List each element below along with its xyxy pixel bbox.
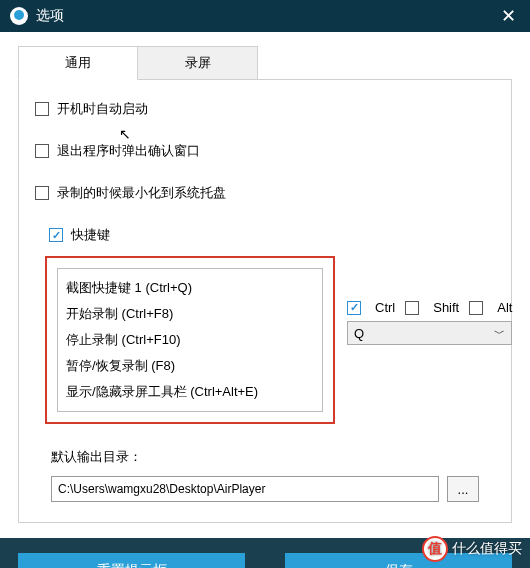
titlebar: 选项 ✕ [0, 0, 530, 32]
hotkeys-highlight-box: 截图快捷键 1 (Ctrl+Q) 开始录制 (Ctrl+F8) 停止录制 (Ct… [45, 256, 335, 424]
checkbox-shift[interactable] [405, 301, 419, 315]
app-icon [10, 7, 28, 25]
browse-button[interactable]: ... [447, 476, 479, 502]
label-ctrl: Ctrl [375, 300, 395, 315]
option-autostart[interactable]: 开机时自动启动 [35, 100, 495, 118]
shortcut-list[interactable]: 截图快捷键 1 (Ctrl+Q) 开始录制 (Ctrl+F8) 停止录制 (Ct… [57, 268, 323, 412]
key-value: Q [354, 326, 364, 341]
label-hotkeys: 快捷键 [71, 226, 110, 244]
tab-general[interactable]: 通用 [18, 46, 138, 80]
option-minimize[interactable]: 录制的时候最小化到系统托盘 [35, 184, 495, 202]
output-path-input[interactable]: C:\Users\wamgxu28\Desktop\AirPlayer [51, 476, 439, 502]
modifier-group: Ctrl Shift Alt Q ﹀ [347, 300, 512, 345]
option-confirm-exit[interactable]: 退出程序时弹出确认窗口 [35, 142, 495, 160]
watermark: 值 什么值得买 [422, 536, 522, 562]
label-shift: Shift [433, 300, 459, 315]
tab-body: ↖ 开机时自动启动 退出程序时弹出确认窗口 录制的时候最小化到系统托盘 快捷键 … [18, 79, 512, 523]
tab-record[interactable]: 录屏 [138, 46, 258, 80]
label-minimize: 录制的时候最小化到系统托盘 [57, 184, 226, 202]
shortcut-item[interactable]: 显示/隐藏录屏工具栏 (Ctrl+Alt+E) [66, 379, 314, 405]
watermark-text: 什么值得买 [452, 540, 522, 558]
checkbox-hotkeys[interactable] [49, 228, 63, 242]
label-confirm-exit: 退出程序时弹出确认窗口 [57, 142, 200, 160]
output-row: C:\Users\wamgxu28\Desktop\AirPlayer ... [51, 476, 479, 502]
key-select[interactable]: Q ﹀ [347, 321, 512, 345]
checkbox-confirm-exit[interactable] [35, 144, 49, 158]
output-label: 默认输出目录： [51, 448, 495, 466]
checkbox-minimize[interactable] [35, 186, 49, 200]
tab-strip: 通用 录屏 [18, 46, 512, 80]
option-hotkeys[interactable]: 快捷键 [49, 226, 495, 244]
output-path-text: C:\Users\wamgxu28\Desktop\AirPlayer [58, 482, 265, 496]
shortcut-item[interactable]: 截图快捷键 1 (Ctrl+Q) [66, 275, 314, 301]
shortcut-item[interactable]: 开始录制 (Ctrl+F8) [66, 301, 314, 327]
checkbox-alt[interactable] [469, 301, 483, 315]
close-icon[interactable]: ✕ [497, 5, 520, 27]
label-alt: Alt [497, 300, 512, 315]
shortcut-item[interactable]: 停止录制 (Ctrl+F10) [66, 327, 314, 353]
shortcut-item[interactable]: 暂停/恢复录制 (F8) [66, 353, 314, 379]
content-area: 通用 录屏 ↖ 开机时自动启动 退出程序时弹出确认窗口 录制的时候最小化到系统托… [0, 32, 530, 538]
checkbox-ctrl[interactable] [347, 301, 361, 315]
checkbox-autostart[interactable] [35, 102, 49, 116]
label-autostart: 开机时自动启动 [57, 100, 148, 118]
window-title: 选项 [36, 7, 497, 25]
watermark-icon: 值 [422, 536, 448, 562]
chevron-down-icon: ﹀ [494, 326, 505, 341]
cursor-icon: ↖ [119, 126, 131, 142]
reset-button[interactable]: 重置提示框 [18, 553, 245, 568]
